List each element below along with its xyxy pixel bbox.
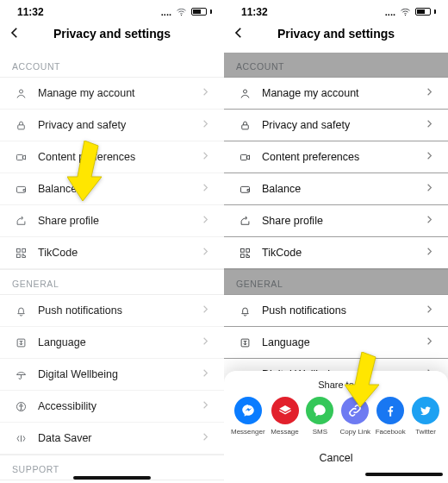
section-account-label: ACCOUNT bbox=[0, 53, 224, 78]
row-tikcode[interactable]: TikCode bbox=[224, 237, 448, 269]
status-time: 11:32 bbox=[17, 6, 44, 18]
video-icon bbox=[236, 151, 253, 164]
data-icon bbox=[12, 432, 29, 445]
battery-icon bbox=[415, 8, 431, 16]
share-twitter[interactable]: Twitter bbox=[410, 397, 441, 436]
chevron-right-icon bbox=[423, 213, 436, 229]
chevron-right-icon bbox=[199, 367, 212, 382]
chevron-right-icon bbox=[423, 303, 436, 318]
wifi-icon bbox=[175, 5, 188, 18]
row-balance[interactable]: Balance bbox=[0, 173, 224, 205]
chevron-right-icon bbox=[199, 117, 212, 133]
status-time: 11:32 bbox=[241, 6, 268, 18]
bell-icon bbox=[12, 304, 29, 317]
chevron-right-icon bbox=[199, 245, 212, 260]
row-language[interactable]: Language bbox=[0, 327, 224, 359]
row-content-preferences[interactable]: Content preferences bbox=[224, 141, 448, 173]
row-language[interactable]: Language bbox=[224, 327, 448, 359]
row-balance[interactable]: Balance bbox=[224, 173, 448, 205]
chevron-right-icon bbox=[423, 245, 436, 260]
wallet-icon bbox=[12, 183, 29, 196]
row-manage-account[interactable]: Manage my account bbox=[0, 78, 224, 110]
chevron-right-icon bbox=[423, 85, 436, 101]
bell-icon bbox=[236, 304, 253, 317]
chevron-right-icon bbox=[199, 85, 212, 101]
status-bar: 11:32 .... bbox=[224, 0, 448, 20]
section-general-label: GENERAL bbox=[0, 269, 224, 295]
share-icon bbox=[236, 215, 253, 228]
qr-icon bbox=[12, 247, 29, 260]
nav-bar: Privacy and settings bbox=[224, 20, 448, 53]
row-privacy-safety[interactable]: Privacy and safety bbox=[0, 110, 224, 141]
row-privacy-safety[interactable]: Privacy and safety bbox=[224, 110, 448, 141]
chevron-right-icon bbox=[423, 335, 436, 350]
chevron-right-icon bbox=[199, 398, 212, 414]
section-account-label: ACCOUNT bbox=[224, 53, 448, 78]
share-title: Share to bbox=[229, 380, 443, 390]
sms-icon bbox=[306, 397, 333, 424]
row-digital-wellbeing[interactable]: Digital Wellbeing bbox=[0, 359, 224, 391]
share-message[interactable]: Message bbox=[270, 397, 301, 436]
language-icon bbox=[12, 336, 29, 349]
link-icon bbox=[341, 397, 369, 424]
row-share-profile[interactable]: Share profile bbox=[224, 205, 448, 237]
lock-icon bbox=[236, 119, 253, 132]
row-accessibility[interactable]: Accessibility bbox=[0, 391, 224, 423]
umbrella-icon bbox=[12, 368, 29, 381]
video-icon bbox=[12, 151, 29, 164]
chevron-right-icon bbox=[423, 181, 436, 197]
page-title: Privacy and settings bbox=[277, 27, 395, 41]
wallet-icon bbox=[236, 183, 253, 196]
share-sheet: Share to Messenger Message SMS Copy Link bbox=[224, 371, 448, 483]
twitter-icon bbox=[412, 397, 439, 424]
facebook-icon bbox=[376, 397, 404, 424]
home-indicator bbox=[365, 473, 443, 476]
chevron-right-icon bbox=[199, 430, 212, 446]
chevron-right-icon bbox=[199, 149, 212, 165]
back-button[interactable] bbox=[231, 25, 246, 43]
row-push-notifications[interactable]: Push notifications bbox=[224, 295, 448, 327]
wifi-icon bbox=[399, 5, 412, 18]
chevron-right-icon bbox=[199, 213, 212, 229]
section-general-label: GENERAL bbox=[224, 269, 448, 295]
chevron-right-icon bbox=[199, 303, 212, 318]
row-data-saver[interactable]: Data Saver bbox=[0, 423, 224, 455]
messenger-icon bbox=[234, 397, 262, 424]
row-push-notifications[interactable]: Push notifications bbox=[0, 295, 224, 327]
qr-icon bbox=[236, 247, 253, 260]
chevron-right-icon bbox=[199, 335, 212, 350]
message-icon bbox=[271, 397, 299, 424]
status-dots: .... bbox=[161, 7, 171, 17]
row-share-profile[interactable]: Share profile bbox=[0, 205, 224, 237]
chevron-right-icon bbox=[423, 117, 436, 133]
language-icon bbox=[236, 336, 253, 349]
share-sms[interactable]: SMS bbox=[304, 397, 335, 436]
home-indicator bbox=[73, 476, 151, 480]
person-icon bbox=[236, 87, 253, 100]
share-copy-link[interactable]: Copy Link bbox=[339, 397, 370, 436]
page-title: Privacy and settings bbox=[53, 27, 171, 41]
chevron-right-icon bbox=[199, 181, 212, 197]
nav-bar: Privacy and settings bbox=[0, 20, 224, 53]
person-icon bbox=[12, 87, 29, 100]
back-button[interactable] bbox=[7, 25, 22, 43]
battery-icon bbox=[191, 8, 207, 16]
share-icon bbox=[12, 215, 29, 228]
share-cancel-button[interactable]: Cancel bbox=[229, 444, 443, 469]
lock-icon bbox=[12, 119, 29, 132]
row-manage-account[interactable]: Manage my account bbox=[224, 78, 448, 110]
row-content-preferences[interactable]: Content preferences bbox=[0, 141, 224, 173]
chevron-right-icon bbox=[423, 149, 436, 165]
row-tikcode[interactable]: TikCode bbox=[0, 237, 224, 269]
status-dots: .... bbox=[385, 7, 395, 17]
status-bar: 11:32 .... bbox=[0, 0, 224, 20]
share-messenger[interactable]: Messenger bbox=[231, 397, 265, 436]
accessibility-icon bbox=[12, 400, 29, 413]
share-facebook[interactable]: Facebook bbox=[375, 397, 406, 436]
